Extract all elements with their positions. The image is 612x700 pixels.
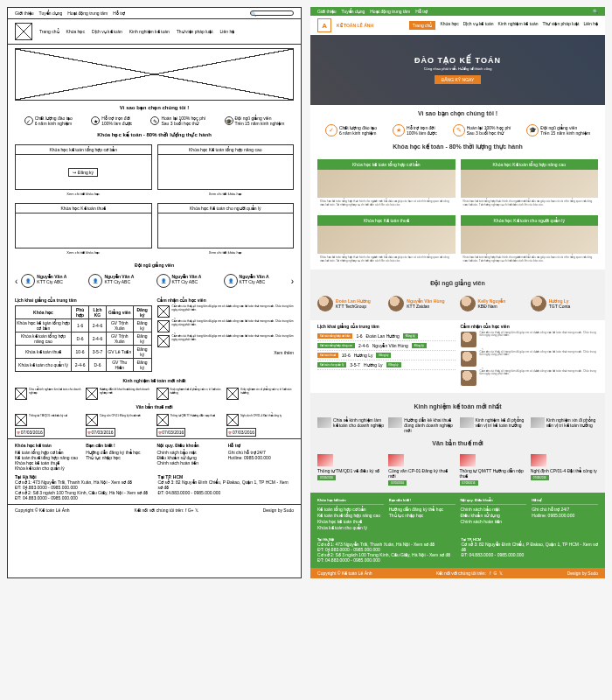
table-row: Khóa kế toán tổng hợp nâng caoD-62-4-6GV… — [16, 332, 152, 346]
hero-title: ĐÀO TẠO KẾ TOÁN — [414, 56, 501, 65]
register-button[interactable]: Đăng ký — [386, 362, 401, 368]
doc-item[interactable]: Thông tư TM/QD1 về điều kỳ số📅 07/03/201… — [15, 414, 82, 437]
teacher-card[interactable]: 👤Nguyễn Văn AKTT Cty ABC — [21, 274, 85, 288]
schedule-table: Khóa họcPhù hợpLịch KGGiảng viênĐăng ký … — [15, 305, 152, 372]
nav-link[interactable]: Trang chủ — [409, 21, 436, 30]
top-link[interactable]: Giới thiệu — [317, 9, 337, 14]
course-card[interactable]: Khóa học kế toán tổng hợp cơ bảnKhóa học… — [317, 159, 455, 210]
teacher-card[interactable]: 👤Nguyễn Văn AKTT Cty ABC — [156, 274, 220, 288]
news-item[interactable]: Chia sẻ kinh nghiệm làm kế toán cho doan… — [317, 417, 385, 433]
news-item[interactable]: Hướng dẫn kê khai thuế đúng dành doanh n… — [388, 417, 456, 433]
nav-link[interactable]: Khóa học — [440, 21, 458, 30]
top-link[interactable]: Hỗ trợ — [113, 10, 125, 16]
testimonial-item: Cảm ơn các thầy cô trung tâm đã giúp em … — [461, 370, 599, 386]
doc-item[interactable]: Công văn CP-01 Đăng ký thuế mới07/03/201… — [388, 454, 456, 486]
nav-link[interactable]: Kinh nghiệm kế toán — [498, 21, 539, 30]
schedule-panel: Lịch khai giảng của trung tâm Kế toán tổ… — [317, 324, 456, 389]
top-link[interactable]: Tuyển dụng — [342, 9, 365, 14]
feature-item: 🎓Đội ngũ giảng viênTrên 15 năm kinh nghi… — [526, 124, 590, 136]
news-item[interactable]: Hướng dẫn kê khai thuế đúng dành doanh n… — [86, 388, 153, 400]
course-card[interactable]: Khóa học Kế toán cho người quản lýKhóa h… — [461, 215, 598, 266]
news-item[interactable]: Kinh nghiệm xin đi phỏng vấn vị trí kế t… — [531, 417, 598, 433]
course-card[interactable]: Khóa học Kế toán tổng hợp nâng caoKhóa h… — [461, 159, 598, 210]
doc-item[interactable]: Thông tư QM/TT Hướng dẫn nộp thuế07/03/2… — [460, 454, 527, 486]
news-thumb — [317, 417, 331, 428]
register-link[interactable]: Đăng ký — [133, 332, 151, 346]
register-button[interactable]: Đăng ký — [376, 353, 391, 358]
nav-link[interactable]: Liên hệ — [583, 21, 598, 30]
nav-link[interactable]: Kinh nghiệm kế toán — [129, 29, 170, 34]
courses-title: Khóa học kế toán - 80% thời lượng thực h… — [310, 144, 605, 150]
register-now-button[interactable]: ĐĂNG KÝ NGAY — [435, 75, 482, 84]
doc-item[interactable]: Thông tư QM/TT Hướng dẫn nộp thuế📅 07/03… — [156, 414, 224, 437]
avatar-icon: 👤 — [88, 274, 102, 288]
nav-link[interactable]: Khóa học — [66, 29, 85, 34]
doc-item[interactable]: Nghị định CP/01-4 Đặt thẻ công ty07/03/2… — [531, 454, 598, 486]
register-button[interactable]: Đăng ký — [403, 333, 418, 339]
course-card[interactable]: Khóa học Kế toán thuế Xem chi tiết khóa … — [15, 203, 152, 256]
course-card[interactable]: Khóa học Kế toán tổng hợp nâng cao Xem c… — [157, 144, 295, 198]
teacher-card[interactable]: Hương LyTGT Conta — [531, 296, 598, 312]
register-link[interactable]: Đăng ký — [133, 359, 151, 372]
google-icon[interactable]: G — [493, 570, 497, 576]
news-item[interactable]: Kinh nghiệm kế đi phỏng vấn vị trí kế to… — [460, 417, 527, 433]
doc-thumb — [15, 414, 27, 426]
schedule-row: Kế toán cho quản lý3-5-7Hương LyĐăng ký — [317, 360, 456, 370]
logo-icon[interactable] — [15, 23, 32, 40]
top-link[interactable]: Giới thiệu — [15, 10, 34, 16]
logo-icon[interactable]: A — [317, 18, 331, 32]
facebook-icon[interactable]: f — [490, 570, 490, 576]
calendar-icon: 📅 07/03/2016 — [226, 428, 256, 437]
nav-link[interactable]: Dịch vụ kế toán — [463, 21, 494, 30]
news-thumb — [531, 417, 545, 428]
courses-grid: Khóa học kế toán tổng hợp cơ bảnKhóa học… — [310, 156, 605, 270]
doc-item[interactable]: Công văn CP-01 Đăng ký thuế mới📅 07/03/2… — [86, 414, 153, 437]
course-card[interactable]: Khóa học kế toán tổng hợp cơ bản ↪ Đăng … — [15, 144, 152, 198]
top-link[interactable]: Hoạt động trung tâm — [370, 9, 410, 14]
feature-item: ✎Hoàn lại 100% học phíSau 3 buổi học thử — [453, 124, 511, 136]
news-item[interactable]: Kinh nghiệm kế đi phỏng vấn vị trí kế to… — [156, 388, 224, 400]
doc-item[interactable]: Nghị định CP/01-4 Đặt thẻ công ty📅 07/03… — [226, 414, 294, 437]
docs-row: Thông tư TM/QD1 về điều kỳ số📅 07/03/201… — [8, 412, 301, 438]
top-link[interactable]: Hoạt động trung tâm — [67, 10, 108, 16]
nav-link[interactable]: Liên hệ — [220, 29, 235, 34]
register-link[interactable]: Đăng ký — [133, 346, 151, 359]
register-button[interactable]: ↪ Đăng ký — [68, 168, 98, 177]
prev-arrow-icon[interactable]: ‹ — [15, 276, 17, 286]
teacher-card[interactable]: Đoàn Lan HươngKTT TechGroup — [317, 296, 385, 312]
search-input[interactable]: 🔍 — [250, 10, 294, 16]
next-arrow-icon[interactable]: › — [291, 276, 294, 286]
course-card[interactable]: Khóa học Kế toán thuếKhóa học kế toán tổ… — [317, 215, 455, 266]
main-nav: Trang chủ Khóa học Dịch vụ kế toán Kinh … — [8, 19, 301, 45]
top-link[interactable]: Hỗ trợ — [415, 9, 428, 14]
facebook-icon[interactable]: f — [185, 508, 186, 513]
doc-item[interactable]: Thông tư TM/QD1 về điều kỳ số07/03/2016 — [317, 454, 385, 486]
docs-title: Văn bản thuế mới — [310, 440, 605, 447]
news-item[interactable]: Chia sẻ kinh nghiệm làm kế toán cho doan… — [15, 388, 82, 400]
teacher-card[interactable]: Nguyễn Văn HùngKTT Zaidan — [388, 296, 456, 312]
nav-link[interactable]: Thư viện pháp luật — [177, 29, 213, 34]
see-more-link[interactable]: Xem thêm — [274, 350, 294, 355]
top-link[interactable]: Tuyển dụng — [39, 10, 63, 16]
nav-link[interactable]: Thư viện pháp luật — [543, 21, 580, 30]
footer-col: Bạn cần biết !Hướng dẫn đăng ký thẻ họcT… — [86, 443, 151, 471]
doc-thumb — [86, 414, 98, 426]
teacher-card[interactable]: Kelly NguyễnKBĐ Nam — [460, 296, 527, 312]
register-link[interactable]: Đăng ký — [133, 319, 151, 332]
register-button[interactable]: Đăng ký — [412, 343, 427, 348]
search-icon[interactable]: 🔍 — [593, 9, 598, 14]
course-card[interactable]: Khóa học Kế toán cho người quản lý Xem c… — [157, 203, 295, 256]
teacher-card[interactable]: 👤Nguyễn Văn AKTT Cty ABC — [88, 274, 152, 288]
nav-link[interactable]: Trang chủ — [39, 29, 59, 34]
course-image — [157, 155, 295, 190]
news-item[interactable]: Kinh nghiệm xin đi phỏng vấn vị trí kế t… — [226, 388, 294, 400]
twitter-icon[interactable]: 𝕏 — [499, 570, 503, 576]
course-image: ↪ Đăng ký — [15, 155, 152, 190]
nav-link[interactable]: Dịch vụ kế toán — [92, 29, 122, 34]
footer: Khóa học kế toánKế toán tổng hợp cơ bảnK… — [8, 438, 301, 504]
bottom-bar: Copyright © Kế toán Lê Ánh Kết nối với c… — [310, 568, 605, 578]
twitter-icon[interactable]: 𝕏 — [195, 508, 198, 513]
teacher-card[interactable]: 👤Nguyễn Văn AKTT Cty ABC — [224, 274, 288, 288]
google-icon[interactable]: G+ — [188, 508, 194, 513]
course-image — [317, 170, 455, 198]
